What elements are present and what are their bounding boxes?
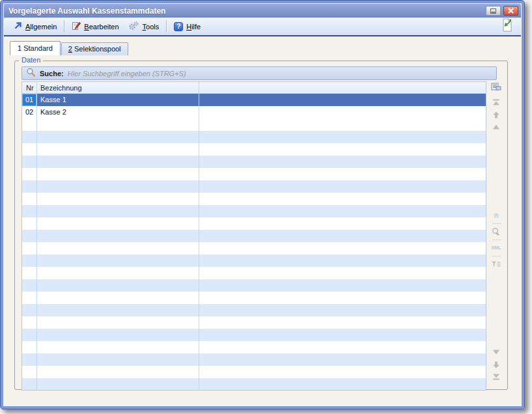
menu-label: Hilfe [186, 23, 201, 31]
empty-row [22, 366, 486, 378]
arrow-up-right-icon [13, 21, 22, 31]
search-input[interactable] [68, 70, 492, 77]
minimize-button[interactable] [486, 6, 501, 16]
empty-row [22, 205, 486, 217]
table-row[interactable]: 02Kasse 2 [22, 106, 486, 118]
search-bar: Suche: [21, 66, 497, 80]
menu-label: Allgemein [25, 23, 57, 31]
column-chooser-icon[interactable] [490, 82, 502, 91]
tabbar: 1 Standard2 Selektionspool [10, 41, 128, 55]
column-separator[interactable] [36, 82, 37, 390]
menu-hilfe[interactable]: ?Hilfe [169, 20, 205, 33]
next-record-icon[interactable] [490, 348, 502, 357]
band-brackets-icon[interactable]: (I) [490, 211, 502, 220]
xml-export-label: XML [492, 245, 501, 250]
titlebar[interactable]: Vorgelagerte Auswahl Kassenstammdaten [4, 4, 521, 18]
band-brackets-label: (I) [494, 213, 499, 217]
cell-nr: 01 [22, 94, 36, 106]
column-header-bezeichnung[interactable]: Bezeichnung [36, 82, 199, 93]
search-label: Suche: [40, 70, 64, 77]
xml-export-icon[interactable]: XML [490, 243, 502, 253]
last-record-icon[interactable] [490, 372, 502, 381]
empty-row [22, 131, 486, 143]
empty-row [22, 217, 486, 230]
column-separator[interactable] [199, 82, 199, 390]
prev-record-icon[interactable] [490, 122, 502, 131]
gears-icon [128, 21, 139, 32]
menu-bearbeiten[interactable]: Bearbeiten [67, 20, 123, 34]
help-icon: ? [174, 22, 183, 31]
rail-top [490, 82, 502, 131]
app-window: Vorgelagerte Auswahl Kassenstammdaten Al… [0, 0, 525, 409]
groupbox-label: Daten [19, 56, 43, 64]
empty-row [22, 329, 486, 341]
empty-row [22, 180, 486, 193]
minimize-icon [490, 8, 496, 14]
edit-pen-icon [72, 21, 81, 32]
empty-row [22, 316, 486, 329]
first-record-icon[interactable] [490, 98, 502, 107]
menubar-divider [166, 20, 167, 33]
cell-nr: 02 [22, 106, 36, 118]
menu-allgemein[interactable]: Allgemein [8, 20, 61, 33]
tab-1-standard[interactable]: 1 Standard [10, 41, 61, 55]
rail-divider [492, 240, 501, 240]
window-controls [483, 6, 518, 16]
cell-filler [199, 106, 486, 118]
rail-middle: (I)XML [490, 211, 502, 269]
empty-row [22, 304, 486, 316]
menu-label: Bearbeiten [84, 23, 119, 31]
rail-divider [492, 223, 501, 224]
daten-groupbox: Daten Suche: NrBezeichnung 01Kasse 102Ka… [14, 61, 508, 390]
column-header-nr[interactable]: Nr [22, 82, 36, 93]
content: 1 Standard2 Selektionspool Daten Suche: … [4, 36, 521, 404]
table-header: NrBezeichnung [22, 82, 486, 94]
rail-divider [492, 256, 501, 256]
menubar-divider [64, 20, 64, 33]
empty-row [22, 143, 486, 156]
close-icon [508, 8, 514, 14]
menu-label: Tools [143, 23, 160, 31]
empty-row [22, 156, 486, 168]
column-header-filler [199, 82, 486, 93]
empty-row [22, 279, 486, 292]
import-document-button[interactable] [498, 16, 516, 36]
window-title: Vorgelagerte Auswahl Kassenstammdaten [8, 7, 165, 16]
empty-row [22, 378, 486, 391]
close-button[interactable] [503, 6, 518, 16]
empty-row [22, 230, 486, 242]
filter-icon[interactable] [490, 260, 502, 269]
empty-row [22, 118, 486, 131]
page-up-icon[interactable] [490, 110, 502, 119]
empty-row [22, 193, 486, 205]
menu-tools[interactable]: Tools [124, 19, 164, 34]
empty-row [22, 267, 486, 279]
question-mark-icon: ? [174, 22, 183, 31]
menubar: AllgemeinBearbeitenTools?Hilfe [4, 18, 521, 36]
table-row[interactable]: 01Kasse 1 [22, 94, 486, 106]
search-icon [26, 67, 36, 79]
cell-bezeichnung: Kasse 2 [36, 106, 199, 118]
rail-bottom [490, 348, 502, 381]
empty-row [22, 341, 486, 353]
import-document-icon [501, 18, 514, 33]
table-body: 01Kasse 102Kasse 2 [22, 94, 486, 391]
side-rail: (I)XML [488, 81, 504, 391]
page-down-icon[interactable] [490, 360, 502, 369]
screen: Vorgelagerte Auswahl Kassenstammdaten Al… [0, 0, 532, 414]
menubar-items: AllgemeinBearbeitenTools?Hilfe [8, 18, 205, 35]
empty-row [22, 168, 486, 180]
cell-filler [199, 94, 486, 106]
data-table: NrBezeichnung 01Kasse 102Kasse 2 [21, 81, 486, 391]
empty-row [22, 242, 486, 255]
zoom-icon[interactable] [490, 227, 502, 236]
empty-row [22, 255, 486, 267]
tab-2-selektionspool[interactable]: 2 Selektionspool [61, 42, 128, 55]
empty-row [22, 353, 486, 366]
cell-bezeichnung: Kasse 1 [36, 94, 199, 106]
empty-row [22, 292, 486, 304]
